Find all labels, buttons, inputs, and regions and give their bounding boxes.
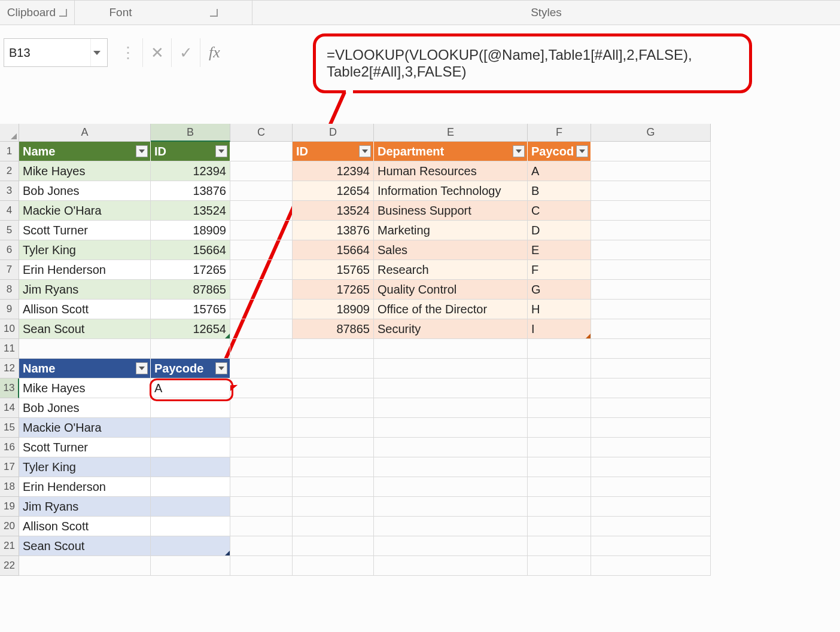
- filter-button[interactable]: [359, 145, 371, 157]
- table-resize-handle[interactable]: [586, 334, 591, 338]
- row-header[interactable]: 10: [0, 319, 19, 339]
- row-header[interactable]: 11: [0, 339, 19, 359]
- cell[interactable]: [230, 240, 293, 260]
- cell[interactable]: [591, 300, 711, 319]
- cell[interactable]: 15765: [293, 260, 374, 280]
- dialog-launcher-icon[interactable]: [59, 9, 67, 17]
- cell[interactable]: Name: [19, 359, 151, 378]
- col-header-A[interactable]: A: [19, 124, 151, 142]
- cell[interactable]: [230, 260, 293, 280]
- cell[interactable]: H: [528, 300, 591, 319]
- cell[interactable]: [591, 201, 711, 221]
- cell[interactable]: [591, 536, 711, 556]
- row-header[interactable]: 17: [0, 457, 19, 477]
- name-box[interactable]: B13: [4, 38, 108, 67]
- col-header-D[interactable]: D: [293, 124, 374, 142]
- ribbon-group-clipboard[interactable]: Clipboard: [0, 6, 74, 19]
- cell[interactable]: [528, 477, 591, 497]
- cell[interactable]: [374, 418, 528, 438]
- cell[interactable]: [528, 497, 591, 517]
- cell[interactable]: Mike Hayes: [19, 378, 151, 398]
- cell[interactable]: 17265: [151, 260, 230, 280]
- cell[interactable]: [151, 477, 230, 497]
- row-header[interactable]: 4: [0, 201, 19, 221]
- cell[interactable]: Sales: [374, 240, 528, 260]
- cell[interactable]: [528, 398, 591, 418]
- cell[interactable]: [528, 418, 591, 438]
- cell[interactable]: [151, 497, 230, 517]
- cell[interactable]: [591, 378, 711, 398]
- row-header[interactable]: 16: [0, 438, 19, 457]
- filter-button[interactable]: [136, 362, 148, 374]
- cell[interactable]: 13876: [151, 181, 230, 201]
- cell[interactable]: [151, 556, 230, 576]
- cell[interactable]: [528, 359, 591, 378]
- cell[interactable]: [230, 181, 293, 201]
- cell[interactable]: Tyler King: [19, 240, 151, 260]
- cell[interactable]: [528, 536, 591, 556]
- cell[interactable]: [374, 398, 528, 418]
- cell[interactable]: Scott Turner: [19, 438, 151, 457]
- cell[interactable]: [591, 142, 711, 161]
- cell[interactable]: 12654: [293, 181, 374, 201]
- filter-button[interactable]: [215, 362, 227, 374]
- cell[interactable]: [591, 359, 711, 378]
- cell[interactable]: E: [528, 240, 591, 260]
- cell[interactable]: [528, 556, 591, 576]
- cell[interactable]: [293, 438, 374, 457]
- cell[interactable]: Jim Ryans: [19, 497, 151, 517]
- cell[interactable]: [374, 556, 528, 576]
- cell[interactable]: [151, 398, 230, 418]
- filter-button[interactable]: [136, 145, 148, 157]
- cell[interactable]: [528, 378, 591, 398]
- ribbon-group-font[interactable]: Font: [75, 6, 252, 19]
- cell[interactable]: [230, 221, 293, 240]
- cell[interactable]: [151, 438, 230, 457]
- cell[interactable]: [591, 418, 711, 438]
- cell[interactable]: [591, 438, 711, 457]
- cell[interactable]: [293, 477, 374, 497]
- cell[interactable]: [293, 457, 374, 477]
- cell[interactable]: Sean Scout: [19, 319, 151, 339]
- cell[interactable]: [591, 240, 711, 260]
- cell[interactable]: Mackie O'Hara: [19, 201, 151, 221]
- cell[interactable]: I: [528, 319, 591, 339]
- table-resize-handle[interactable]: [225, 551, 230, 555]
- cell[interactable]: [591, 280, 711, 300]
- cell[interactable]: Jim Ryans: [19, 280, 151, 300]
- cell[interactable]: [293, 536, 374, 556]
- row-header[interactable]: 18: [0, 477, 19, 497]
- cell[interactable]: Erin Henderson: [19, 260, 151, 280]
- row-header[interactable]: 5: [0, 221, 19, 240]
- cell[interactable]: [528, 339, 591, 359]
- cell[interactable]: 17265: [293, 280, 374, 300]
- cell[interactable]: Research: [374, 260, 528, 280]
- cell[interactable]: [591, 181, 711, 201]
- cell[interactable]: [230, 556, 293, 576]
- row-header[interactable]: 15: [0, 418, 19, 438]
- cell[interactable]: F: [528, 260, 591, 280]
- cell[interactable]: Tyler King: [19, 457, 151, 477]
- row-header[interactable]: 14: [0, 398, 19, 418]
- cell[interactable]: [591, 497, 711, 517]
- cell[interactable]: [374, 517, 528, 536]
- cell[interactable]: A: [528, 161, 591, 181]
- cell[interactable]: [230, 536, 293, 556]
- cell[interactable]: [293, 359, 374, 378]
- cell[interactable]: Business Support: [374, 201, 528, 221]
- cell[interactable]: 15664: [151, 240, 230, 260]
- cell[interactable]: 12394: [151, 161, 230, 181]
- cell[interactable]: [230, 300, 293, 319]
- cell[interactable]: [374, 477, 528, 497]
- formula-accept-button[interactable]: ✓: [171, 38, 200, 67]
- cell[interactable]: [591, 260, 711, 280]
- row-header[interactable]: 19: [0, 497, 19, 517]
- insert-function-button[interactable]: fx: [200, 38, 229, 67]
- cell[interactable]: [230, 477, 293, 497]
- cell[interactable]: [151, 536, 230, 556]
- cell[interactable]: [230, 517, 293, 536]
- cell[interactable]: [293, 418, 374, 438]
- cell[interactable]: Sean Scout: [19, 536, 151, 556]
- cell[interactable]: 12394: [293, 161, 374, 181]
- cell[interactable]: [591, 319, 711, 339]
